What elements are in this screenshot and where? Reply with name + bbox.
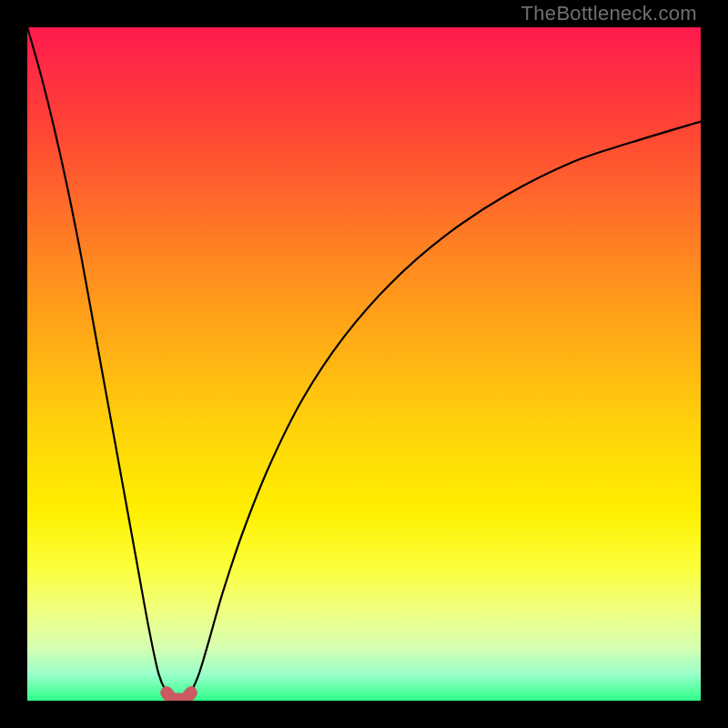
- curve-svg: [27, 27, 701, 701]
- watermark-text: TheBottleneck.com: [521, 2, 697, 25]
- trough-marker: [167, 693, 191, 699]
- left-curve: [27, 27, 167, 693]
- right-curve: [191, 122, 701, 693]
- plot-area: [27, 27, 701, 701]
